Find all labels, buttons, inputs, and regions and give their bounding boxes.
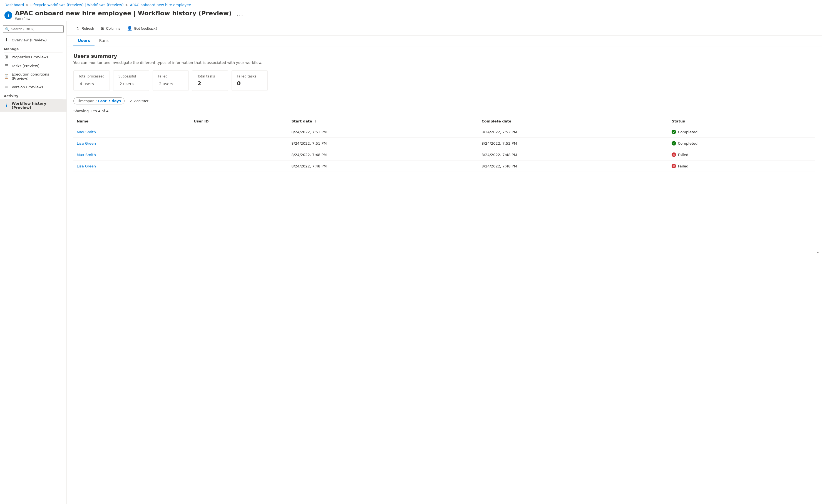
sidebar-item-tasks-label: Tasks (Preview): [12, 64, 39, 68]
status-text: Completed: [678, 130, 698, 134]
sidebar-item-version-label: Version (Preview): [12, 85, 43, 89]
breadcrumb-dashboard[interactable]: Dashboard: [4, 3, 24, 7]
columns-button[interactable]: ⊞ Columns: [98, 24, 123, 32]
failed-icon: [672, 152, 676, 157]
cell-startdate: 8/24/2022, 7:51 PM: [288, 126, 478, 138]
col-status: Status: [668, 116, 815, 126]
card-failed-value: 2users: [158, 80, 183, 87]
tab-runs[interactable]: Runs: [94, 36, 113, 46]
cell-startdate: 8/24/2022, 7:51 PM: [288, 138, 478, 149]
card-total-processed-label: Total processed: [79, 74, 104, 78]
cell-status: Failed: [668, 149, 815, 161]
cell-startdate: 8/24/2022, 7:48 PM: [288, 161, 478, 172]
page-header-icon: i: [4, 11, 12, 19]
table-row: Max Smith8/24/2022, 7:48 PM8/24/2022, 7:…: [73, 149, 815, 161]
feedback-icon: 👤: [127, 26, 132, 31]
workflow-history-icon: ℹ: [4, 103, 9, 108]
card-total-processed-value: 4users: [79, 80, 104, 87]
version-icon: ≡: [4, 84, 9, 89]
name-link[interactable]: Lisa Green: [77, 141, 96, 146]
refresh-icon: ↻: [76, 26, 80, 31]
card-successful: Successful 2users: [113, 70, 149, 91]
sidebar-item-execution[interactable]: 📋 Execution conditions (Preview): [0, 70, 66, 82]
cell-status: Completed: [668, 126, 815, 138]
timespan-filter[interactable]: Timespan : Last 7 days: [73, 97, 124, 104]
card-successful-value: 2users: [118, 80, 144, 87]
section-desc: You can monitor and investigate the diff…: [73, 61, 815, 65]
sidebar: 🔍 « ℹ Overview (Preview) Manage ⊞ Proper…: [0, 21, 67, 504]
card-successful-label: Successful: [118, 74, 144, 78]
name-link[interactable]: Max Smith: [77, 130, 96, 134]
columns-label: Columns: [106, 26, 120, 31]
sidebar-item-tasks[interactable]: ☰ Tasks (Preview): [0, 61, 66, 70]
cell-name: Max Smith: [73, 126, 190, 138]
showing-count: Showing 1 to 4 of 4: [73, 109, 815, 113]
main-content: Users summary You can monitor and invest…: [67, 46, 822, 504]
cell-userid: [190, 126, 288, 138]
card-failed-tasks-label: Failed tasks: [237, 74, 263, 78]
cell-completedate: 8/24/2022, 7:52 PM: [478, 138, 668, 149]
cell-status: Failed: [668, 161, 815, 172]
name-link[interactable]: Max Smith: [77, 153, 96, 157]
col-completedate: Complete date: [478, 116, 668, 126]
cell-status: Completed: [668, 138, 815, 149]
table-row: Lisa Green8/24/2022, 7:48 PM8/24/2022, 7…: [73, 161, 815, 172]
sidebar-item-overview[interactable]: ℹ Overview (Preview): [0, 36, 66, 44]
breadcrumb-current[interactable]: APAC onboard new hire employee: [130, 3, 191, 7]
execution-icon: 📋: [4, 74, 9, 79]
page-header: i APAC onboard new hire employee | Workf…: [0, 9, 822, 21]
breadcrumb-sep-1: >: [26, 3, 29, 7]
card-failed-tasks-value: 0: [237, 80, 263, 87]
status-badge: Failed: [672, 164, 812, 168]
page-title: APAC onboard new hire employee | Workflo…: [15, 10, 232, 17]
section-title: Users summary: [73, 53, 815, 59]
filter-icon: ⊿: [129, 99, 132, 103]
status-badge: Completed: [672, 141, 812, 146]
page-header-text: APAC onboard new hire employee | Workflo…: [15, 10, 232, 21]
info-icon: ℹ: [4, 37, 9, 42]
col-userid: User ID: [190, 116, 288, 126]
refresh-button[interactable]: ↻ Refresh: [73, 24, 97, 32]
data-table: Name User ID Start date ↓ Complete date: [73, 116, 815, 172]
breadcrumb-lifecycle[interactable]: Lifecycle workflows (Preview) | Workflow…: [30, 3, 123, 7]
tabs: Users Runs: [67, 36, 822, 46]
refresh-label: Refresh: [81, 26, 94, 31]
feedback-button[interactable]: 👤 Got feedback?: [124, 24, 160, 32]
sidebar-item-properties-label: Properties (Preview): [12, 55, 48, 59]
sidebar-item-overview-label: Overview (Preview): [12, 38, 47, 42]
sidebar-item-workflow-history[interactable]: ℹ Workflow history (Preview): [0, 99, 66, 112]
summary-cards: Total processed 4users Successful 2users…: [73, 70, 815, 91]
table-row: Max Smith8/24/2022, 7:51 PM8/24/2022, 7:…: [73, 126, 815, 138]
table-header: Name User ID Start date ↓ Complete date: [73, 116, 815, 126]
search-input[interactable]: [3, 25, 64, 33]
completed-icon: [672, 141, 676, 146]
add-filter-button[interactable]: ⊿ Add filter: [127, 98, 151, 104]
tasks-icon: ☰: [4, 63, 9, 68]
card-total-processed: Total processed 4users: [73, 70, 110, 91]
columns-icon: ⊞: [101, 26, 104, 31]
status-text: Failed: [678, 153, 688, 157]
cell-userid: [190, 161, 288, 172]
page-subtitle: Workflow: [15, 17, 232, 21]
breadcrumb-sep-2: >: [125, 3, 128, 7]
failed-icon: [672, 164, 676, 168]
timespan-value: Last 7 days: [98, 99, 121, 103]
sidebar-item-properties[interactable]: ⊞ Properties (Preview): [0, 52, 66, 61]
cell-startdate: 8/24/2022, 7:48 PM: [288, 149, 478, 161]
cell-userid: [190, 149, 288, 161]
tab-users[interactable]: Users: [73, 36, 94, 46]
cell-userid: [190, 138, 288, 149]
name-link[interactable]: Lisa Green: [77, 164, 96, 168]
more-options-icon[interactable]: ···: [237, 12, 244, 19]
cell-completedate: 8/24/2022, 7:52 PM: [478, 126, 668, 138]
sidebar-item-version[interactable]: ≡ Version (Preview): [0, 82, 66, 91]
col-startdate[interactable]: Start date ↓: [288, 116, 478, 126]
completed-icon: [672, 130, 676, 134]
table-row: Lisa Green8/24/2022, 7:51 PM8/24/2022, 7…: [73, 138, 815, 149]
status-badge: Completed: [672, 130, 812, 134]
filters-row: Timespan : Last 7 days ⊿ Add filter: [73, 97, 815, 104]
card-successful-unit: users: [123, 82, 134, 86]
status-text: Completed: [678, 141, 698, 146]
cell-completedate: 8/24/2022, 7:48 PM: [478, 161, 668, 172]
sidebar-search-row: 🔍 «: [3, 25, 64, 33]
